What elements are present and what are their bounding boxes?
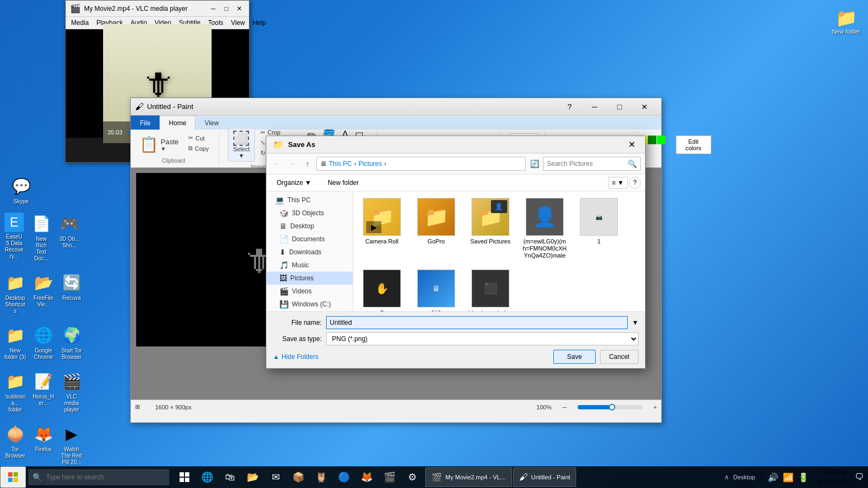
taskbar-vlc-app[interactable]: 🎬 My Movie2.mp4 - VLC media player [425,467,512,487]
nav-up-btn[interactable]: ↑ [301,157,314,170]
file-item-portrait[interactable]: 👤 (m=ewlLG0y)(mh=FMNOM0cXHYnQa4ZO)male [520,196,569,262]
breadcrumb-this-pc[interactable]: This PC [329,160,352,168]
taskbar-paint-app[interactable]: 🖌 Untitled - Paint [513,467,576,487]
paint-help-btn[interactable]: ? [557,98,582,115]
color-darkgreen[interactable] [648,136,656,144]
paint-minimize-btn[interactable]: ─ [582,98,607,115]
desktop-icon-redpill[interactable]: ▶ Watch The Red Pill 20... [59,421,85,468]
taskbar-opera[interactable]: 🔵 [333,466,355,488]
desktop-icon-starttor[interactable]: 🌍 Start Tor Browser [59,322,85,363]
taskbar-firefox-task[interactable]: 🦊 [356,466,378,488]
dialog-close-btn[interactable]: ✕ [624,138,639,152]
desktop-icon-recuva[interactable]: 🔄 Recuva [59,269,85,317]
vlc-maximize-btn[interactable]: □ [221,3,232,14]
filename-input[interactable] [326,316,628,329]
sidebar-videos[interactable]: 🎬 Videos [266,285,353,298]
edit-colors-btn[interactable]: Edit colors [676,136,711,154]
search-icon: 🔍 [628,159,637,168]
vlc-minimize-btn[interactable]: ─ [208,3,219,14]
sidebar-documents[interactable]: 📄 Documents [266,233,353,246]
help-btn[interactable]: ? [629,177,641,189]
start-button[interactable] [0,466,26,488]
file-item-camera-roll[interactable]: 📁 ▶ Camera Roll [358,196,406,262]
clock[interactable]: 9:54 PM 3/20/2020 [813,467,851,487]
select-btn[interactable]: ⬜ Select ▼ [228,128,255,162]
desktop-icon-3d[interactable]: 🎮 3D Ob...Sho... [56,210,82,264]
sidebar-this-pc[interactable]: 💻 This PC [266,194,353,207]
taskbar-tripadvisor[interactable]: 🦉 [310,466,332,488]
organize-btn[interactable]: Organize ▼ [271,177,317,189]
search-box[interactable]: 🔍 [543,157,641,171]
breadcrumb-pictures[interactable]: Pictures [359,160,382,168]
taskbar-mail[interactable]: ✉ [265,466,286,488]
search-input[interactable] [547,160,628,168]
color-green[interactable] [657,136,666,144]
zoom-in-icon[interactable]: + [654,404,657,410]
sidebar-pictures[interactable]: 🖼 Pictures [266,272,353,285]
paint-tab-view[interactable]: View [195,115,228,130]
filename-dropdown-icon[interactable]: ▼ [632,319,639,326]
desktop-icon-easeus[interactable]: E EaseUS DataRecovery... [2,210,26,264]
desktop-icon-vlcplayer[interactable]: 🎬 VLC media player [59,368,85,415]
nav-forward-btn[interactable]: → [286,157,299,170]
vlc-close-btn[interactable]: ✕ [234,3,245,14]
freefileview-icon: 📂 [33,272,54,293]
desktop-icon-chrome[interactable]: 🌐 Google Chrome [30,322,56,363]
vlc-menu-help[interactable]: Help [249,18,269,28]
desktop-icon-horus[interactable]: 📝 Horus_Her... [30,368,56,415]
file-item-610[interactable]: 🖥 610 [412,267,461,311]
desktop-icon-torbrowser[interactable]: 🧅 Tor Browser [2,421,28,468]
network-icon[interactable]: 📶 [783,472,794,483]
desktop-icon-richtext[interactable]: 📄 New RichText Doc... [28,210,54,264]
taskbar-explorer[interactable]: 📂 [242,466,264,488]
zoom-slider[interactable] [578,405,643,409]
paint-close-btn[interactable]: ✕ [632,98,657,115]
sidebar-downloads[interactable]: ⬇ Downloads [266,246,353,259]
filetype-select[interactable]: PNG (*.png) JPEG (*.jpg) BMP (*.bmp) GIF… [326,332,639,345]
file-item-gopro[interactable]: 📁 GoPro [412,196,461,262]
hide-folders-btn[interactable]: ▲ Hide Folders [273,353,318,361]
file-item-7[interactable]: ✋ 7 [358,267,406,311]
file-item-saved-pictures[interactable]: 📁 👤 Saved Pictures [466,196,515,262]
taskbar-store[interactable]: 🛍 [219,466,241,488]
zoom-out-icon[interactable]: ─ [563,404,567,410]
cut-btn[interactable]: ✂ Cut [185,133,212,143]
sidebar-3d-objects[interactable]: 🎲 3D Objects [266,207,353,220]
paint-maximize-btn[interactable]: □ [607,98,632,115]
new-folder-btn[interactable]: New folder [322,177,365,189]
battery-icon[interactable]: 🔋 [798,472,809,483]
notification-btn[interactable]: 🗨 [851,466,868,488]
save-button[interactable]: Save [553,350,595,364]
speaker-icon[interactable]: 🔊 [768,472,778,483]
desktop-icon-freefileview[interactable]: 📂 FreeFileVie... [30,269,56,317]
paint-tab-home[interactable]: Home [159,115,195,130]
sidebar-windows-c[interactable]: 💾 Windows (C:) [266,298,353,311]
copy-btn[interactable]: ⧉ Copy [185,144,212,153]
file-item-hb[interactable]: ⬛ hb_chancel_dra... [466,267,515,311]
paint-tab-file[interactable]: File [131,115,159,130]
nav-refresh-btn[interactable]: 🔄 [528,157,541,170]
vlc-menu-view[interactable]: View [228,18,248,28]
vlc-menu-media[interactable]: Media [68,18,92,28]
taskbar-extra[interactable]: ⚙ [401,466,423,488]
desktop-icon-new-folder[interactable]: 📁 New folder [829,5,863,37]
taskbar-search-input[interactable] [46,473,144,481]
taskbar-search[interactable]: 🔍 [28,469,169,485]
taskbar-vlc-task[interactable]: 🎬 [379,466,400,488]
desktop-icon-firefox[interactable]: 🦊 Firefox [30,421,56,468]
desktop-icon-skype[interactable]: 💬 Skype [2,173,40,207]
desktop-icon-newfolder3[interactable]: 📁 New folder (3) [2,322,28,363]
sidebar-music[interactable]: 🎵 Music [266,259,353,272]
nav-back-btn[interactable]: ← [271,157,284,170]
cancel-button[interactable]: Cancel [600,350,639,364]
paste-btn[interactable]: 📋 Paste ▼ [135,133,183,156]
desktop-icon-sublimina[interactable]: 📁 'sublimina... folder [2,368,28,415]
sidebar-desktop[interactable]: 🖥 Desktop [266,220,353,233]
taskbar-task-view[interactable] [174,466,195,488]
show-hidden-icons-btn[interactable]: ∧ [724,473,729,481]
file-item-1[interactable]: 📷 1 [575,196,623,262]
view-toggle-btn[interactable]: ≡ ▼ [608,177,628,189]
taskbar-amazon[interactable]: 📦 [288,466,309,488]
taskbar-edge[interactable]: 🌐 [196,466,218,488]
desktop-icon-shortcuts[interactable]: 📁 Desktop Shortcuts [2,269,28,317]
